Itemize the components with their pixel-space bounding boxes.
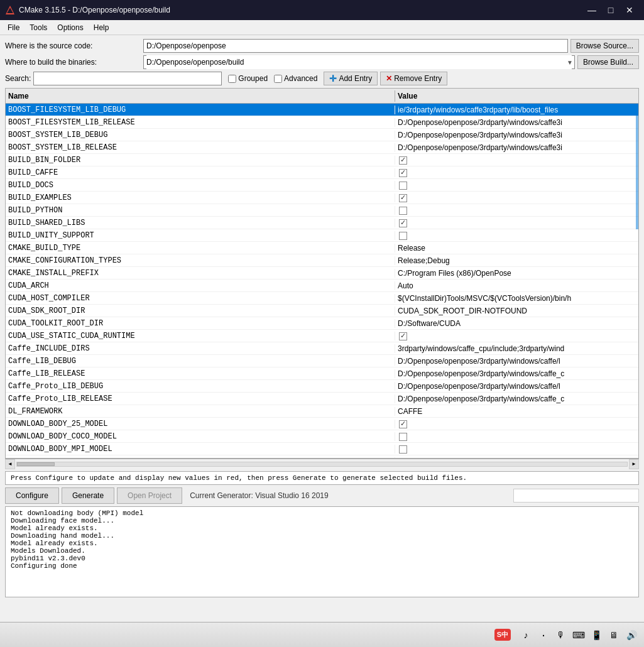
menu-options[interactable]: Options [52, 22, 88, 33]
checkbox-cell[interactable] [399, 169, 407, 177]
progress-bar [513, 489, 639, 503]
table-row[interactable]: DOWNLOAD_BODY_25_MODEL [6, 418, 638, 430]
titlebar: CMake 3.15.5 - D:/Openpose/openpose/buil… [0, 0, 644, 20]
cell-value [395, 193, 638, 202]
table-row[interactable]: CUDA_ARCHAuto [6, 280, 638, 292]
browse-source-button[interactable]: Browse Source... [570, 39, 639, 53]
cell-value: D:/Openpose/openpose/3rdparty/windows/ca… [395, 357, 638, 366]
table-row[interactable]: Caffe_LIB_RELEASED:/Openpose/openpose/3r… [6, 367, 638, 380]
taskbar-mic-icon[interactable]: 🎙 [554, 628, 569, 643]
checkbox-cell[interactable] [399, 194, 407, 202]
table-header: Name Value [6, 89, 638, 104]
cell-value: CAFFE [395, 407, 638, 416]
hscroll-right-arrow[interactable]: ► [629, 459, 639, 469]
hscroll-thumb[interactable] [17, 462, 55, 466]
build-field-row: Where to build the binaries: D:/Openpose… [5, 55, 639, 69]
table-row[interactable]: DOWNLOAD_BODY_COCO_MODEL [6, 430, 638, 443]
checkbox-cell[interactable] [399, 207, 407, 215]
table-row[interactable]: CUDA_HOST_COMPILER$(VCInstallDir)Tools/M… [6, 292, 638, 305]
cell-value: ie/3rdparty/windows/caffe3rdparty/lib/bo… [395, 106, 638, 114]
source-label: Where is the source code: [5, 41, 143, 50]
log-area[interactable]: Not downloading body (MPI) modelDownload… [5, 506, 639, 597]
checkbox-cell[interactable] [399, 420, 407, 428]
table-row[interactable]: BUILD_PYTHON [6, 204, 638, 217]
checkbox-cell[interactable] [399, 219, 407, 227]
configure-button[interactable]: Configure [5, 487, 59, 504]
open-project-button[interactable]: Open Project [117, 487, 182, 504]
cell-value: D:/Openpose/openpose/3rdparty/windows/ca… [395, 394, 638, 403]
table-row[interactable]: BOOST_SYSTEM_LIB_DEBUGD:/Openpose/openpo… [6, 129, 638, 141]
advanced-checkbox[interactable] [274, 75, 282, 83]
checkbox-cell[interactable] [399, 445, 407, 454]
cell-value [395, 419, 638, 428]
table-row[interactable]: CMAKE_INSTALL_PREFIXC:/Program Files (x8… [6, 267, 638, 280]
checkbox-cell[interactable] [399, 332, 407, 340]
cell-name: Caffe_LIB_DEBUG [6, 357, 395, 366]
add-entry-button[interactable]: ✛ Add Entry [324, 72, 378, 85]
horizontal-scrollbar[interactable]: ◄ ► [5, 459, 639, 469]
cell-name: DOWNLOAD_BODY_25_MODEL [6, 420, 395, 428]
sogou-icon[interactable]: S中 [494, 629, 511, 641]
table-row[interactable]: BUILD_BIN_FOLDER [6, 154, 638, 166]
table-row[interactable]: CUDA_USE_STATIC_CUDA_RUNTIME [6, 330, 638, 342]
table-row[interactable]: CUDA_SDK_ROOT_DIRCUDA_SDK_ROOT_DIR-NOTFO… [6, 305, 638, 317]
taskbar-speaker-icon[interactable]: 🔊 [624, 628, 639, 643]
table-row[interactable]: DOWNLOAD_FACE_MODEL [6, 455, 638, 458]
cell-name: CMAKE_BUILD_TYPE [6, 244, 395, 253]
cell-name: BOOST_SYSTEM_LIB_RELEASE [6, 143, 395, 152]
table-row[interactable]: BUILD_DOCS [6, 179, 638, 192]
build-input[interactable]: D:/Openpose/openpose/build [146, 55, 572, 69]
close-button[interactable]: ✕ [620, 1, 639, 19]
browse-build-button[interactable]: Browse Build... [577, 55, 639, 69]
cell-name: Caffe_Proto_LIB_DEBUG [6, 382, 395, 391]
cell-value [395, 168, 638, 177]
table-row[interactable]: CMAKE_BUILD_TYPERelease [6, 242, 638, 254]
table-row[interactable]: Caffe_LIB_DEBUGD:/Openpose/openpose/3rdp… [6, 355, 638, 367]
table-row[interactable]: BUILD_EXAMPLES [6, 192, 638, 204]
checkbox-cell[interactable] [399, 232, 407, 240]
grouped-label: Grouped [238, 74, 268, 83]
table-row[interactable]: BUILD_CAFFE [6, 166, 638, 179]
checkbox-cell[interactable] [399, 156, 407, 165]
remove-entry-button[interactable]: ✕ Remove Entry [380, 72, 447, 85]
menu-file[interactable]: File [3, 22, 25, 33]
table-row[interactable]: BOOST_SYSTEM_LIB_RELEASED:/Openpose/open… [6, 141, 638, 154]
advanced-label: Advanced [284, 74, 317, 83]
generate-button[interactable]: Generate [62, 487, 114, 504]
checkbox-cell[interactable] [399, 182, 407, 190]
log-line: Downloading face model... [11, 517, 633, 525]
hscroll-left-arrow[interactable]: ◄ [5, 459, 15, 469]
cell-name: DOWNLOAD_BODY_MPI_MODEL [6, 445, 395, 454]
col-header-name: Name [6, 90, 395, 102]
table-body[interactable]: BOOST_FILESYSTEM_LIB_DEBUGie/3rdparty/wi… [6, 104, 638, 458]
cell-name: CUDA_HOST_COMPILER [6, 294, 395, 303]
taskbar-dot-icon[interactable]: · [536, 628, 551, 643]
app-icon [5, 5, 15, 15]
table-row[interactable]: Caffe_INCLUDE_DIRS3rdparty/windows/caffe… [6, 342, 638, 355]
minimize-button[interactable]: — [582, 1, 601, 19]
taskbar-keyboard-icon[interactable]: ⌨ [571, 628, 586, 643]
table-row[interactable]: BOOST_FILESYSTEM_LIB_DEBUGie/3rdparty/wi… [6, 104, 638, 116]
taskbar-music-icon[interactable]: ♪ [518, 628, 533, 643]
search-input[interactable] [33, 72, 222, 85]
taskbar-phone-icon[interactable]: 📱 [589, 628, 604, 643]
table-row[interactable]: BUILD_SHARED_LIBS [6, 217, 638, 229]
table-row[interactable]: Caffe_Proto_LIB_RELEASED:/Openpose/openp… [6, 393, 638, 405]
table-row[interactable]: DL_FRAMEWORKCAFFE [6, 405, 638, 418]
source-input[interactable] [143, 39, 568, 53]
checkbox-cell[interactable] [399, 433, 407, 441]
menu-tools[interactable]: Tools [25, 22, 52, 33]
table-row[interactable]: CUDA_TOOLKIT_ROOT_DIRD:/Software/CUDA [6, 317, 638, 330]
cell-name: BUILD_SHARED_LIBS [6, 219, 395, 227]
table-row[interactable]: BUILD_UNITY_SUPPORT [6, 229, 638, 242]
table-row[interactable]: BOOST_FILESYSTEM_LIB_RELEASED:/Openpose/… [6, 116, 638, 129]
grouped-checkbox[interactable] [228, 75, 236, 83]
cell-value: Release [395, 244, 638, 253]
table-row[interactable]: DOWNLOAD_BODY_MPI_MODEL [6, 443, 638, 455]
cell-name: BUILD_PYTHON [6, 206, 395, 215]
maximize-button[interactable]: □ [601, 1, 620, 19]
table-row[interactable]: Caffe_Proto_LIB_DEBUGD:/Openpose/openpos… [6, 380, 638, 393]
table-row[interactable]: CMAKE_CONFIGURATION_TYPESRelease;Debug [6, 254, 638, 267]
taskbar-monitor-icon[interactable]: 🖥 [606, 628, 621, 643]
menu-help[interactable]: Help [89, 22, 114, 33]
